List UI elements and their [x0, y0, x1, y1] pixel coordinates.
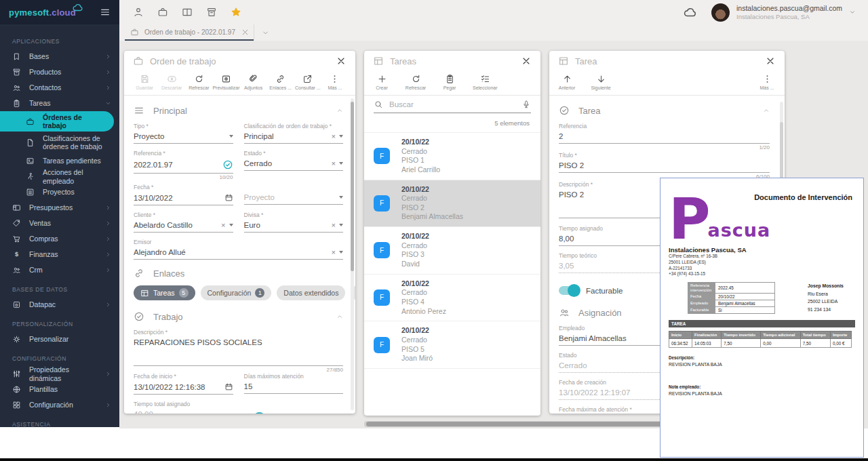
clear-icon[interactable]: × — [332, 160, 336, 167]
list-item-piso-5[interactable]: F 20/10/22 Cerrado PISO 5 Joan Miró — [364, 321, 540, 369]
descartar-button[interactable]: Descartar — [158, 74, 185, 90]
sidebar-item-tareas-pendientes[interactable]: Tareas pendientes — [0, 153, 119, 169]
sidebar-item-configuracion[interactable]: Configuración — [0, 397, 119, 413]
chip-tareas[interactable]: Tareas5 — [134, 285, 195, 300]
field-fecha[interactable]: Fecha * 13/10/2022 — [134, 184, 233, 205]
sidebar-item-crm[interactable]: Crm — [0, 262, 119, 278]
field-descripcion[interactable]: Descripción * REPARACIONES PISOS SOCIALE… — [134, 329, 343, 366]
caret-icon[interactable] — [339, 251, 343, 254]
globe-icon — [12, 385, 21, 394]
sidebar-item-presupuestos[interactable]: Presupuestos — [0, 200, 119, 216]
sidebar-item-bases[interactable]: Bases — [0, 49, 119, 64]
sidebar-item-datapac[interactable]: Datapac — [0, 297, 119, 313]
tab-list-dropdown[interactable] — [254, 24, 277, 41]
caret-icon[interactable] — [339, 162, 343, 165]
close-icon[interactable] — [241, 28, 250, 37]
sidebar-item-personalizar[interactable]: Personalizar — [0, 332, 119, 347]
close-icon[interactable] — [521, 56, 532, 66]
sidebar-item-tareas[interactable]: Tareas — [0, 96, 119, 111]
field-fecha-inicio[interactable]: Fecha de inicio * 13/10/2022 12:16:38 — [134, 373, 233, 395]
sidebar-item-finanzas[interactable]: Finanzas — [0, 247, 119, 262]
section-tarea[interactable]: Tarea — [559, 105, 770, 116]
chip-datos-extendidos[interactable]: Datos extendidos — [277, 285, 345, 300]
briefcase-icon[interactable] — [157, 7, 168, 18]
facturable-toggle[interactable] — [559, 286, 579, 295]
close-icon[interactable] — [765, 56, 776, 66]
field-referencia[interactable]: Referencia 2 1/20 — [559, 123, 770, 144]
chevron-up-icon[interactable] — [336, 107, 343, 114]
columns-icon[interactable] — [182, 7, 193, 18]
task-status: Cerrado — [401, 336, 433, 345]
app-logo[interactable]: pymesoft.cloud — [9, 7, 76, 18]
sidebar-item-plantillas[interactable]: Plantillas — [0, 382, 119, 397]
field-proyecto[interactable]: Proyecto — [244, 184, 344, 205]
clear-icon[interactable]: × — [221, 222, 225, 229]
sidebar-item-productos[interactable]: Productos — [0, 64, 119, 80]
field-divisa[interactable]: Divisa * Euro× — [244, 212, 344, 233]
refrescar-button[interactable]: Refrescar — [405, 74, 427, 90]
menu-icon[interactable] — [100, 7, 111, 18]
sidebar-item-propiedades-dinamicas[interactable]: Propiedades dinámicas — [0, 366, 119, 382]
user-info[interactable]: instalaciones.pascua@gmail.com Instalaci… — [736, 4, 842, 21]
sidebar-item-ventas[interactable]: Ventas — [0, 216, 119, 231]
sidebar-item-contactos[interactable]: Contactos — [0, 80, 119, 96]
refrescar-button[interactable]: Refrescar — [185, 74, 212, 90]
field-clasificacion[interactable]: Clasificación de orden de trabajo * Prin… — [244, 123, 344, 144]
sidebar-item-ordenes-de-trabajo[interactable]: Órdenes de trabajo — [0, 111, 114, 132]
chevron-up-icon[interactable] — [336, 313, 343, 320]
calendar-icon[interactable] — [224, 193, 233, 202]
section-principal[interactable]: Principal — [134, 105, 343, 116]
caret-icon[interactable] — [339, 224, 343, 226]
calendar-icon[interactable] — [224, 382, 233, 391]
close-icon[interactable] — [336, 56, 347, 66]
crear-button[interactable]: Crear — [371, 74, 393, 90]
guardar-button[interactable]: Guardar — [131, 74, 158, 90]
sidebar-item-acciones-empleado[interactable]: Acciones del empleado — [0, 169, 119, 184]
pegar-button[interactable]: Pegar — [439, 74, 460, 90]
caret-icon[interactable] — [229, 135, 233, 138]
field-emisor[interactable]: Emisor Alejandro Allué× — [134, 239, 343, 260]
list-icon — [26, 188, 35, 197]
caret-icon[interactable] — [339, 135, 343, 138]
clear-icon[interactable]: × — [332, 133, 336, 140]
list-item-piso-3[interactable]: F 20/10/22 Cerrado PISO 3 David — [364, 227, 540, 275]
anterior-button[interactable]: Anterior — [556, 74, 578, 90]
sidebar-item-clasificaciones[interactable]: Clasificaciones de órdenes de trabajo — [0, 132, 119, 153]
list-item-piso-2[interactable]: F 20/10/22 Cerrado PISO 2 Benjami Almace… — [364, 180, 540, 228]
list-item-piso-4[interactable]: F 20/10/22 Cerrado PISO 4 Antonio Perez — [364, 275, 540, 322]
caret-icon[interactable] — [229, 224, 233, 226]
section-trabajo[interactable]: Trabajo — [134, 311, 343, 322]
mas-button[interactable]: Más ... — [756, 74, 778, 90]
clear-icon[interactable]: × — [332, 222, 336, 229]
sidebar-item-compras[interactable]: Compras — [0, 231, 119, 247]
mic-icon[interactable] — [521, 100, 531, 109]
sidebar-item-proyectos[interactable]: Proyectos — [0, 184, 119, 200]
chevron-down-icon[interactable] — [849, 9, 856, 16]
avatar[interactable] — [711, 3, 730, 22]
archive-icon[interactable] — [206, 7, 217, 18]
field-cliente[interactable]: Cliente * Abelardo Castillo× — [134, 212, 233, 233]
clear-icon[interactable]: × — [332, 249, 336, 256]
field-tipo[interactable]: Tipo * Proyecto — [134, 123, 233, 144]
adjuntos-button[interactable]: Adjuntos — [240, 74, 267, 90]
mas-button[interactable]: Más ... — [321, 74, 349, 90]
star-icon[interactable] — [231, 7, 241, 18]
search-input[interactable] — [389, 100, 515, 108]
list-item-piso-1[interactable]: F 20/10/22 Cerrado PISO 1 Ariel Carrillo — [364, 133, 540, 180]
chevron-up-icon[interactable] — [763, 107, 770, 114]
field-titulo[interactable]: Título * PISO 2 6/100 — [559, 152, 770, 173]
tab-orden-de-trabajo[interactable]: Orden de trabajo - 2022.01.97 — [125, 24, 254, 41]
cloud-sync-icon[interactable] — [683, 5, 698, 20]
chip-configuracion[interactable]: Configuración1 — [201, 285, 272, 300]
caret-icon[interactable] — [339, 196, 343, 199]
siguiente-button[interactable]: Siguiente — [590, 74, 612, 90]
enlaces-button[interactable]: Enlaces ... — [267, 74, 294, 90]
vertical-scrollbar[interactable] — [351, 98, 354, 410]
person-icon[interactable] — [133, 7, 144, 18]
consultar-button[interactable]: Consultar ... — [294, 74, 321, 90]
field-referencia[interactable]: Referencia * 2022.01.97 10/20 — [134, 150, 233, 174]
field-dias-maximos[interactable]: Días máximos atención 15 — [244, 373, 344, 395]
seleccionar-button[interactable]: Seleccionar — [473, 74, 498, 90]
previsualizar-button[interactable]: Previsualizar — [212, 74, 239, 90]
field-estado[interactable]: Estado * Cerrado× — [244, 150, 344, 174]
